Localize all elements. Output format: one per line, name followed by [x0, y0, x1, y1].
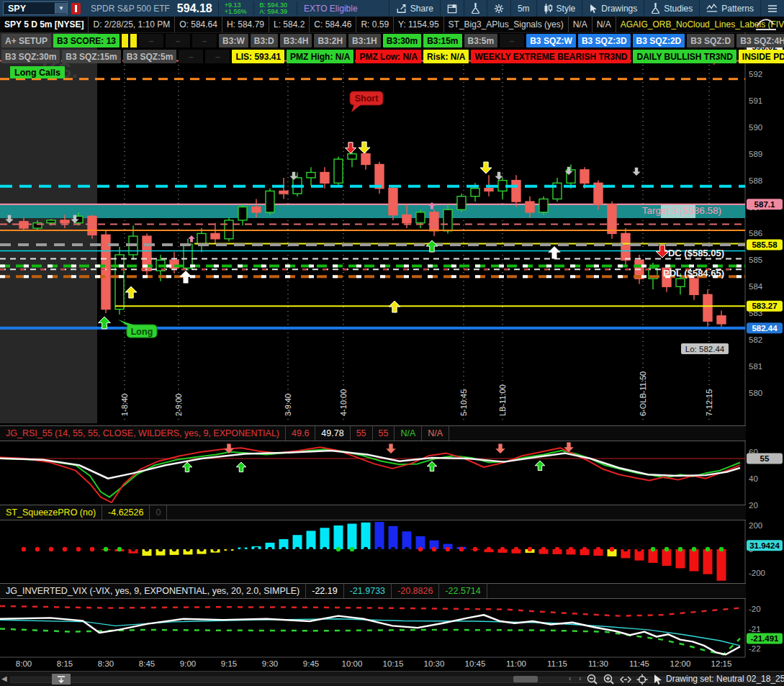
studies-toggle-icon[interactable] [756, 19, 776, 30]
time-tick-label: 10:00 [342, 659, 363, 668]
squeeze-dot [664, 547, 669, 551]
upper-band-line [0, 606, 740, 616]
vix-panel[interactable] [0, 606, 740, 654]
study-title[interactable]: ST_SqueezePRO (no) [0, 505, 102, 520]
squeeze-dot [405, 547, 409, 551]
svg-text:Lo: 582.44: Lo: 582.44 [685, 345, 725, 353]
scroll-step-right-icon[interactable]: › [579, 674, 581, 682]
bottom-status-bar: ◀ ‹ › Drawing set: Neutral 02_18_25 [0, 671, 784, 686]
time-tick-label: 8:00 [16, 659, 32, 668]
signal-up-arrow [535, 461, 545, 471]
squeeze-dot [281, 547, 286, 551]
drawing-set-label[interactable]: Drawing set: Neutral 02_18_25 [666, 674, 784, 684]
study-value: -22.19 [306, 584, 343, 598]
squeeze-dot [596, 547, 600, 551]
momentum-bar [717, 549, 726, 581]
trading-app-window: KS.Target 3 ($586.58)PDC ($585.05)PDL ($… [0, 0, 784, 686]
status-badge: B3:1H [348, 34, 381, 48]
squeeze-dot [76, 547, 81, 551]
status-badge: B3 SQZ:5m [123, 50, 177, 63]
crosshair-icon[interactable] [636, 674, 648, 685]
squeeze-dot [350, 547, 354, 551]
time-tick-label: 11:00 [506, 659, 526, 668]
svg-text:-21.491: -21.491 [750, 634, 779, 643]
status-badge: INSIDE PDH/PDL [739, 50, 784, 63]
squeeze-dot [268, 547, 272, 551]
zoom-in-icon[interactable] [603, 674, 615, 685]
status-badge: – [139, 34, 163, 48]
status-badge: B3:30m [383, 34, 421, 48]
status-badge: LIS: 593.41 [232, 50, 284, 63]
rsi-panel[interactable] [0, 442, 745, 502]
squeeze-dot [104, 547, 108, 551]
status-badge: B3 SQZ:15m [62, 50, 120, 63]
squeeze-dot [582, 547, 587, 551]
signal-down-arrow [495, 172, 503, 180]
target-zone-band [0, 204, 745, 218]
cursor-icon[interactable] [653, 674, 662, 685]
pan-horizontal-icon[interactable] [620, 674, 631, 685]
squeeze-panel[interactable] [22, 522, 726, 581]
inverted-vix-line [0, 615, 740, 654]
price-axis[interactable]: 5925915905895885875865855845835825815805… [747, 42, 783, 653]
session-label: 2-9:00 [174, 394, 183, 416]
time-tick-label: 12:00 [670, 659, 691, 668]
status-badge: – [192, 34, 217, 48]
study-value: -22.5714 [439, 584, 487, 598]
signal-down-arrow [480, 162, 492, 173]
badge-row-timeframes: A+ SETUPB3 SCORE: 13–––B3:WB3:DB3:4HB3:2… [1, 34, 784, 48]
status-badge: B3 SQZ:4H [736, 34, 784, 48]
svg-text:591: 591 [749, 96, 762, 105]
signal-up-arrow [236, 462, 246, 472]
session-label: LB-11:00 [498, 384, 507, 416]
premarket-shading [0, 32, 97, 423]
momentum-bar [402, 531, 412, 549]
study-value: -20.8826 [392, 584, 439, 598]
study-value: 55 [373, 426, 395, 441]
candlestick-series [19, 143, 726, 328]
lower-band-line [0, 629, 740, 655]
time-tick-label: 12:15 [711, 659, 732, 668]
time-tick-label: 11:45 [629, 659, 649, 668]
squeeze-dot [719, 547, 724, 551]
status-badge: Risk: N/A [423, 50, 469, 63]
study-title[interactable]: JG_INVERTED_VIX (-VIX, yes, 9, EXPONENTI… [0, 584, 306, 598]
status-badge: PMZ Low: N/A [356, 50, 421, 63]
svg-text:31.9424: 31.9424 [749, 541, 780, 550]
svg-text:584: 584 [749, 282, 763, 291]
zoom-out-icon[interactable] [587, 674, 598, 685]
status-badge: – [205, 50, 230, 63]
status-badge: B3:4H [280, 34, 312, 48]
study-value: 0 [150, 505, 167, 520]
level-label: PDL ($584.65) [663, 268, 724, 279]
squeeze-dot [569, 547, 573, 551]
svg-text:589: 589 [749, 150, 762, 158]
status-badge: B3:2H [314, 34, 346, 48]
jump-to-start-button[interactable] [52, 674, 71, 685]
squeeze-dot [254, 547, 258, 551]
squeeze-dot [172, 547, 176, 551]
svg-text:582: 582 [749, 335, 762, 344]
badge-row-levels: B3 SQZ:30mB3 SQZ:15mB3 SQZ:5m––LIS: 593.… [1, 50, 784, 63]
chart-callout: Short [350, 91, 383, 112]
study-title[interactable]: JG_RSI_55 (14, 55, 55, CLOSE, WILDERS, y… [0, 426, 286, 441]
main-price-panel[interactable]: KS.Target 3 ($586.58)PDC ($585.05)PDL ($… [0, 32, 745, 423]
scrollbar-handle[interactable] [513, 676, 538, 682]
signal-up-arrow [179, 271, 192, 284]
svg-text:200: 200 [749, 521, 762, 530]
time-axis: 8:008:158:308:459:009:159:309:4510:0010:… [0, 658, 784, 671]
svg-text:580: 580 [749, 389, 762, 397]
momentum-bar [662, 549, 672, 566]
chart-callout: Long Calls [10, 66, 65, 78]
squeeze-dot [623, 547, 628, 551]
scroll-step-left-icon[interactable]: ‹ [569, 674, 571, 682]
target-label: Target 3 ($586.58) [642, 205, 721, 216]
scroll-left-icon[interactable]: ◀ [1, 674, 7, 682]
squeeze-dot [706, 547, 710, 551]
svg-text:582.44: 582.44 [752, 324, 778, 333]
status-badge: B3:D [251, 34, 278, 48]
status-badge: PMZ High: N/A [287, 50, 353, 63]
squeeze-dot [678, 547, 682, 551]
svg-text:585: 585 [749, 256, 762, 264]
time-tick-label: 10:15 [383, 659, 404, 668]
